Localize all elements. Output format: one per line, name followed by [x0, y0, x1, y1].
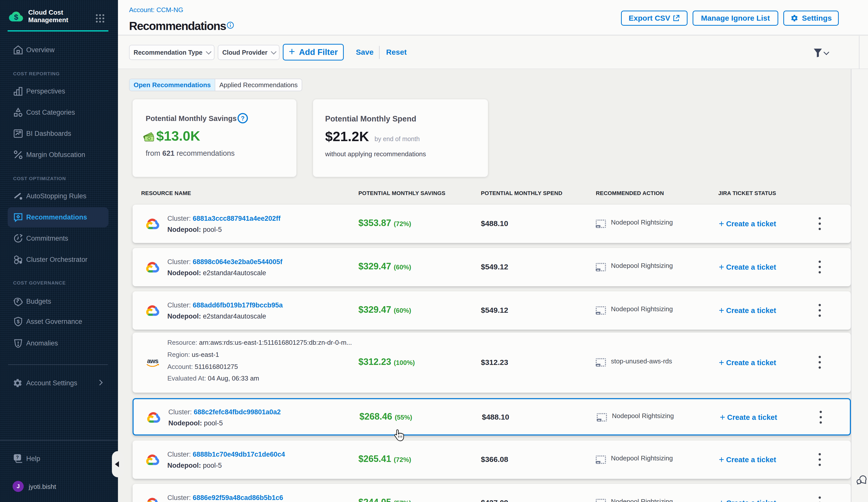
svg-text:?: ? — [241, 115, 245, 122]
svg-text:aws: aws — [147, 357, 158, 364]
svg-text:$: $ — [17, 319, 19, 324]
svg-text:?: ? — [16, 455, 19, 460]
svg-text:$: $ — [14, 13, 18, 21]
